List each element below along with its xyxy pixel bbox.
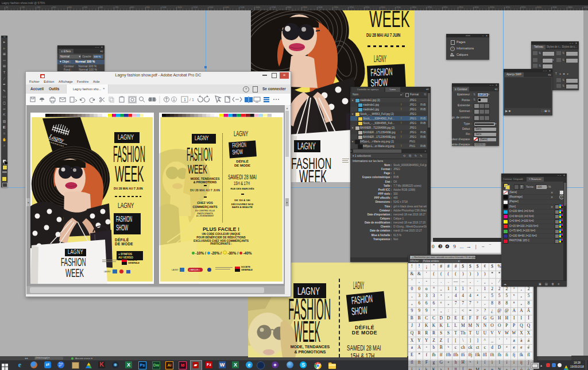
svg-text:1: 1 xyxy=(184,98,186,102)
svg-text:/ 1: / 1 xyxy=(189,98,194,102)
